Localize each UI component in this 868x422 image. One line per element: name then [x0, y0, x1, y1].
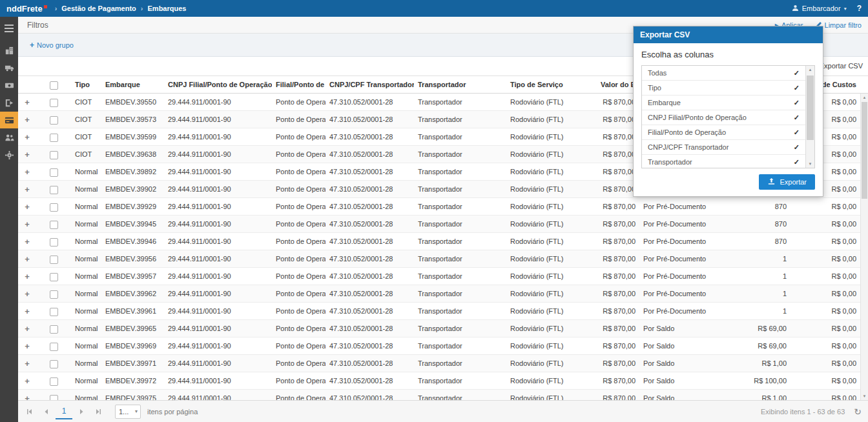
- expand-row-button[interactable]: +: [25, 167, 30, 177]
- sidebar-item-settings[interactable]: [0, 146, 18, 163]
- app-logo: nddFrete: [6, 4, 47, 14]
- row-checkbox[interactable]: [50, 360, 58, 368]
- column-option-label: Tipo: [648, 84, 661, 92]
- row-checkbox[interactable]: [50, 151, 58, 159]
- page-size-select[interactable]: 1... ▾: [115, 405, 141, 419]
- column-header-tipo[interactable]: Tipo: [71, 76, 101, 93]
- sidebar-item-freight-payment[interactable]: [0, 112, 18, 128]
- expand-cell: +: [18, 337, 36, 354]
- expand-row-button[interactable]: +: [25, 202, 30, 212]
- menu-toggle-button[interactable]: [0, 20, 18, 37]
- scroll-down-icon[interactable]: ▼: [806, 160, 814, 168]
- user-menu[interactable]: Embarcador ▾: [792, 5, 847, 13]
- expand-row-button[interactable]: +: [25, 254, 30, 264]
- breadcrumb-embarques[interactable]: Embarques: [148, 5, 187, 12]
- breadcrumb-separator-icon: ›: [141, 5, 143, 12]
- row-checkbox[interactable]: [50, 325, 58, 334]
- checkbox-cell: [36, 198, 71, 215]
- expand-row-button[interactable]: +: [25, 306, 30, 316]
- cell-embarque: EMBDEV.39971: [101, 355, 164, 372]
- row-checkbox[interactable]: [50, 343, 58, 351]
- column-option[interactable]: Transportador✓: [642, 155, 805, 168]
- sidebar-item-exit[interactable]: [0, 94, 18, 111]
- scrollbar-thumb[interactable]: [862, 102, 867, 199]
- cell-cnpj_transportador: 47.310.052/0001-28: [326, 216, 414, 232]
- column-header-transportador[interactable]: Transportador: [414, 76, 506, 93]
- row-checkbox[interactable]: [50, 168, 58, 177]
- column-header-embarque[interactable]: Embarque: [101, 76, 164, 93]
- column-header-cnpj-cpf-transportador[interactable]: CNPJ/CPF Transportador: [326, 76, 414, 93]
- cell-saldo: 870: [717, 198, 790, 215]
- sidebar-item-payments[interactable]: [0, 77, 18, 94]
- sidebar-item-company[interactable]: [0, 42, 18, 59]
- row-checkbox[interactable]: [50, 186, 58, 194]
- row-checkbox[interactable]: [50, 395, 58, 400]
- column-option[interactable]: CNPJ/CPF Transportador✓: [642, 140, 805, 155]
- table-row: +NormalEMBDEV.3995629.444.911/0001-90Pon…: [18, 250, 860, 268]
- scroll-down-icon[interactable]: ▼: [861, 392, 868, 400]
- row-checkbox[interactable]: [50, 99, 58, 107]
- checkbox-cell: [36, 320, 71, 337]
- row-checkbox[interactable]: [50, 256, 58, 264]
- expand-row-button[interactable]: +: [25, 132, 30, 142]
- expand-row-button[interactable]: +: [25, 341, 30, 351]
- first-page-button[interactable]: [22, 404, 37, 419]
- expand-row-button[interactable]: +: [25, 394, 30, 400]
- refresh-button[interactable]: ↻: [854, 407, 862, 416]
- scrollbar-thumb[interactable]: [807, 75, 814, 140]
- help-button[interactable]: ?: [857, 4, 862, 13]
- row-checkbox[interactable]: [50, 116, 58, 125]
- checkbox-cell: [36, 337, 71, 354]
- row-checkbox[interactable]: [50, 221, 58, 229]
- column-option[interactable]: Tipo✓: [642, 81, 805, 95]
- sidebar-item-users[interactable]: [0, 129, 18, 146]
- last-page-button[interactable]: [90, 404, 106, 419]
- next-page-button[interactable]: [74, 404, 89, 419]
- cell-filial: Ponto de Operação: [272, 285, 326, 302]
- expand-row-button[interactable]: +: [25, 289, 30, 299]
- expand-row-button[interactable]: +: [25, 237, 30, 246]
- expand-row-button[interactable]: +: [25, 115, 30, 125]
- dialog-vertical-scrollbar[interactable]: ▲ ▼: [805, 66, 814, 168]
- column-option[interactable]: Todas✓: [642, 66, 805, 81]
- table-row: +NormalEMBDEV.3994629.444.911/0001-90Pon…: [18, 233, 860, 250]
- vertical-scrollbar[interactable]: ▲ ▼: [860, 94, 868, 400]
- expand-row-button[interactable]: +: [25, 359, 30, 368]
- previous-page-button[interactable]: [39, 404, 54, 419]
- expand-row-button[interactable]: +: [25, 324, 30, 334]
- scroll-up-icon[interactable]: ▲: [861, 94, 868, 101]
- scroll-up-icon[interactable]: ▲: [806, 66, 814, 74]
- expand-row-button[interactable]: +: [25, 97, 30, 107]
- row-checkbox[interactable]: [50, 377, 58, 386]
- row-checkbox[interactable]: [50, 273, 58, 281]
- row-checkbox[interactable]: [50, 203, 58, 212]
- column-option[interactable]: Embarque✓: [642, 95, 805, 110]
- app-window: nddFrete › Gestão de Pagamento › Embarqu…: [0, 0, 868, 422]
- new-group-button[interactable]: + Novo grupo: [30, 41, 74, 50]
- expand-row-button[interactable]: +: [25, 219, 30, 229]
- dialog-title[interactable]: Exportar CSV: [634, 26, 823, 43]
- row-checkbox[interactable]: [50, 238, 58, 246]
- expand-row-button[interactable]: +: [25, 185, 30, 194]
- export-button[interactable]: Exportar: [759, 174, 815, 190]
- row-checkbox[interactable]: [50, 134, 58, 142]
- check-icon: ✓: [794, 114, 800, 122]
- expand-row-button[interactable]: +: [25, 150, 30, 159]
- select-all-checkbox[interactable]: [50, 81, 58, 90]
- column-header-filial-ponto-de-opera-o[interactable]: Filial/Ponto de Operação: [272, 76, 326, 93]
- cell-embarque: EMBDEV.39638: [101, 146, 164, 163]
- expand-row-button[interactable]: +: [25, 376, 30, 386]
- cell-saldo_custos: R$ 0,00: [790, 320, 860, 337]
- row-checkbox[interactable]: [50, 290, 58, 299]
- column-header-cnpj-filial-ponto-de-opera-o[interactable]: CNPJ Filial/Ponto de Operação: [164, 76, 272, 93]
- cell-tipo_servico: Rodoviário (FTL): [506, 111, 597, 128]
- column-option[interactable]: Filial/Ponto de Operação✓: [642, 125, 805, 140]
- page-1-button[interactable]: 1: [56, 404, 72, 419]
- column-option[interactable]: CNPJ Filial/Ponto de Operação✓: [642, 110, 805, 125]
- column-header-tipo-de-servi-o[interactable]: Tipo de Serviço: [506, 76, 597, 93]
- expand-row-button[interactable]: +: [25, 272, 30, 281]
- table-row: +NormalEMBDEV.3996229.444.911/0001-90Pon…: [18, 285, 860, 303]
- sidebar-item-transport[interactable]: [0, 59, 18, 76]
- row-checkbox[interactable]: [50, 308, 58, 316]
- breadcrumb-gestao-de-pagamento[interactable]: Gestão de Pagamento: [61, 5, 136, 12]
